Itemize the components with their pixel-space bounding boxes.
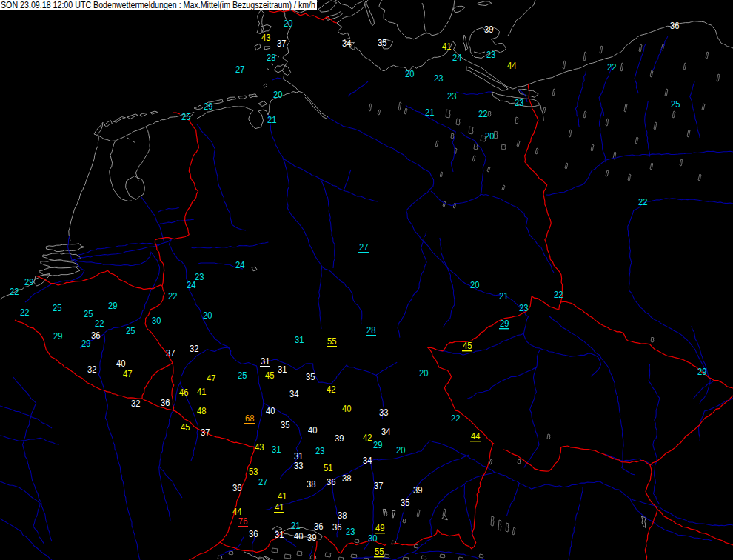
svg-text:21: 21	[425, 107, 435, 118]
svg-text:22: 22	[10, 286, 19, 297]
svg-text:76: 76	[238, 516, 248, 527]
svg-text:34: 34	[381, 426, 391, 437]
svg-text:44: 44	[471, 430, 481, 441]
svg-text:36: 36	[161, 397, 170, 408]
svg-text:36: 36	[332, 521, 342, 533]
svg-text:38: 38	[342, 473, 352, 484]
svg-text:27: 27	[235, 64, 245, 75]
svg-text:22: 22	[95, 318, 104, 329]
svg-text:33: 33	[379, 407, 389, 418]
svg-text:21: 21	[267, 114, 277, 125]
svg-text:40: 40	[342, 403, 352, 414]
svg-text:20: 20	[396, 444, 406, 456]
svg-text:22: 22	[554, 289, 563, 300]
svg-text:35: 35	[401, 497, 410, 508]
svg-text:29: 29	[500, 318, 509, 329]
svg-text:32: 32	[190, 343, 199, 354]
svg-text:22: 22	[638, 196, 648, 207]
svg-text:28: 28	[366, 324, 376, 336]
svg-text:34: 34	[363, 455, 372, 466]
svg-text:25: 25	[126, 325, 135, 336]
svg-text:40: 40	[266, 405, 275, 416]
svg-text:36: 36	[327, 476, 336, 487]
svg-text:22: 22	[168, 290, 178, 301]
svg-text:36: 36	[670, 20, 680, 31]
svg-text:29: 29	[697, 366, 707, 377]
svg-text:53: 53	[249, 466, 258, 477]
svg-text:37: 37	[201, 427, 210, 438]
svg-text:30: 30	[152, 315, 161, 326]
svg-text:36: 36	[91, 330, 101, 341]
svg-text:23: 23	[515, 97, 524, 108]
svg-text:41: 41	[197, 386, 207, 397]
svg-text:68: 68	[245, 413, 255, 424]
svg-text:49: 49	[375, 522, 385, 533]
svg-text:42: 42	[363, 432, 372, 443]
svg-text:43: 43	[255, 441, 264, 453]
svg-text:23: 23	[195, 271, 204, 282]
svg-text:35: 35	[378, 37, 387, 48]
svg-text:22: 22	[451, 413, 461, 424]
svg-text:28: 28	[267, 52, 276, 63]
svg-text:35: 35	[306, 371, 315, 382]
svg-text:27: 27	[359, 241, 369, 253]
svg-text:40: 40	[308, 424, 318, 436]
svg-text:41: 41	[275, 501, 284, 513]
svg-text:41: 41	[442, 41, 452, 52]
svg-text:SON 23.09.18 12:00 UTC Bodenw: SON 23.09.18 12:00 UTC Bodenwettermeldun…	[1, 0, 315, 10]
svg-text:20: 20	[405, 68, 415, 79]
svg-text:20: 20	[273, 89, 283, 100]
svg-text:20: 20	[419, 367, 429, 379]
svg-text:20: 20	[485, 130, 495, 141]
svg-text:42: 42	[327, 384, 336, 395]
svg-text:32: 32	[131, 398, 141, 409]
svg-text:25: 25	[181, 111, 191, 122]
svg-text:31: 31	[261, 356, 270, 367]
svg-text:41: 41	[278, 490, 287, 501]
svg-text:25: 25	[84, 308, 93, 319]
svg-text:24: 24	[187, 279, 196, 290]
svg-text:45: 45	[181, 421, 190, 433]
svg-text:23: 23	[315, 445, 325, 456]
svg-text:47: 47	[123, 368, 133, 379]
svg-text:25: 25	[671, 99, 680, 110]
svg-text:45: 45	[265, 370, 275, 381]
svg-text:31: 31	[278, 364, 287, 375]
svg-text:31: 31	[272, 444, 281, 455]
svg-text:47: 47	[207, 373, 216, 384]
svg-text:21: 21	[499, 290, 509, 301]
svg-text:38: 38	[307, 479, 316, 490]
svg-text:48: 48	[197, 405, 207, 416]
svg-text:39: 39	[484, 24, 494, 35]
svg-text:29: 29	[53, 330, 63, 341]
svg-text:40: 40	[294, 530, 304, 541]
svg-text:40: 40	[116, 358, 126, 369]
svg-text:24: 24	[235, 259, 245, 270]
svg-text:39: 39	[335, 433, 344, 444]
svg-text:39: 39	[413, 484, 423, 496]
svg-text:38: 38	[338, 510, 347, 521]
svg-text:39: 39	[307, 532, 317, 543]
svg-text:29: 29	[204, 101, 213, 112]
svg-text:25: 25	[238, 370, 247, 381]
svg-text:20: 20	[203, 310, 212, 321]
svg-text:33: 33	[294, 460, 304, 471]
svg-text:34: 34	[289, 388, 299, 399]
svg-text:29: 29	[81, 338, 91, 349]
svg-text:23: 23	[346, 526, 355, 537]
svg-text:27: 27	[258, 476, 268, 487]
svg-text:31: 31	[275, 529, 284, 540]
svg-text:37: 37	[166, 347, 175, 359]
svg-text:44: 44	[507, 60, 517, 71]
svg-text:36: 36	[249, 528, 258, 539]
svg-text:20: 20	[470, 279, 480, 290]
svg-text:23: 23	[434, 73, 444, 84]
svg-text:45: 45	[463, 340, 472, 351]
svg-text:36: 36	[314, 521, 324, 532]
svg-text:37: 37	[374, 480, 384, 491]
svg-text:34: 34	[342, 38, 352, 49]
svg-text:36: 36	[232, 482, 242, 493]
svg-text:23: 23	[486, 49, 496, 60]
svg-text:23: 23	[519, 302, 529, 313]
svg-text:22: 22	[607, 61, 617, 73]
